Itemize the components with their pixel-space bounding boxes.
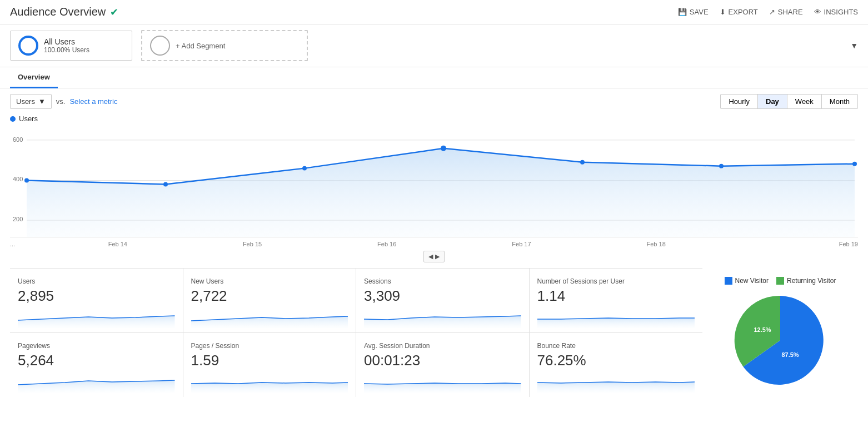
metric-pages-session-value: 1.59	[191, 352, 348, 369]
metric-sessions-per-user-value: 1.14	[537, 287, 695, 305]
time-btn-month[interactable]: Month	[821, 94, 858, 109]
line-chart: 600 400 200	[10, 126, 858, 237]
metric-bounce-rate-sparkline	[537, 373, 695, 393]
metric-sessions-value: 3,309	[364, 287, 521, 305]
returning-visitor-color	[776, 277, 784, 285]
svg-point-9	[302, 166, 307, 171]
top-bar-actions: 💾 SAVE ⬇ EXPORT ↗ SHARE 👁 INSIGHTS	[678, 8, 858, 16]
metric-new-users: New Users 2,722	[183, 269, 357, 333]
svg-text:87.5%: 87.5%	[781, 351, 799, 358]
bottom-section: Users 2,895 New Users 2,722	[0, 268, 868, 399]
svg-marker-19	[191, 383, 348, 393]
all-users-name: All Users	[44, 37, 89, 46]
metric-users-sparkline	[18, 308, 175, 328]
time-buttons: Hourly Day Week Month	[721, 94, 858, 109]
save-button[interactable]: 💾 SAVE	[678, 8, 709, 16]
share-button[interactable]: ↗ SHARE	[769, 8, 803, 16]
time-btn-day[interactable]: Day	[757, 94, 787, 109]
metric-pages-session-label: Pages / Session	[191, 342, 348, 350]
metric-bounce-rate: Bounce Rate 76.25%	[530, 333, 703, 397]
chart-legend: Users	[10, 115, 858, 123]
metric-bounce-rate-label: Bounce Rate	[537, 342, 695, 350]
svg-marker-16	[364, 316, 521, 328]
all-users-info: All Users 100.00% Users	[44, 37, 89, 54]
all-users-segment[interactable]: All Users 100.00% Users	[10, 31, 132, 61]
metric-sessions-label: Sessions	[364, 277, 521, 285]
metric-bounce-rate-value: 76.25%	[537, 352, 695, 369]
metric-sessions-per-user-label: Number of Sessions per User	[537, 277, 695, 285]
save-icon: 💾	[678, 8, 687, 16]
page-title-text: Audience Overview	[10, 6, 106, 18]
add-segment-button[interactable]: + Add Segment	[141, 30, 308, 61]
svg-text:12.5%: 12.5%	[754, 326, 771, 333]
add-segment-circle	[150, 36, 170, 56]
x-label-1: Feb 14	[51, 241, 185, 247]
svg-point-13	[852, 162, 857, 166]
metric-avg-session-label: Avg. Session Duration	[364, 342, 521, 350]
page-title: Audience Overview ✔	[10, 6, 118, 18]
svg-point-10	[441, 146, 446, 151]
svg-point-11	[580, 160, 585, 165]
chart-area: Users 600 400 200	[0, 115, 868, 262]
chart-controls: Users ▼ vs. Select a metric Hourly Day W…	[0, 88, 868, 115]
metric-users: Users 2,895	[10, 269, 183, 333]
pie-chart: 87.5% 12.5%	[730, 290, 830, 390]
time-btn-hourly[interactable]: Hourly	[720, 94, 758, 109]
pie-section: New Visitor Returning Visitor 87.5% 12.5…	[702, 268, 858, 399]
metric-sessions-per-user: Number of Sessions per User 1.14	[530, 269, 703, 333]
tab-overview[interactable]: Overview	[10, 67, 58, 88]
metrics-grid: Users 2,895 New Users 2,722	[10, 268, 702, 399]
segments-bar: All Users 100.00% Users + Add Segment ▼	[0, 24, 868, 67]
metrics-row-1: Users 2,895 New Users 2,722	[10, 268, 702, 397]
x-label-0: ...	[10, 241, 51, 247]
segments-dropdown-arrow[interactable]: ▼	[850, 41, 858, 50]
metric-users-value: 2,895	[18, 287, 175, 305]
legend-dot-users	[10, 116, 16, 122]
export-button[interactable]: ⬇ EXPORT	[720, 8, 758, 16]
svg-point-12	[719, 164, 724, 168]
metric-new-users-sparkline	[191, 308, 348, 328]
new-visitor-color	[725, 277, 732, 285]
pie-legend-returning-visitor: Returning Visitor	[776, 277, 836, 285]
metric-label: Users	[16, 97, 35, 106]
insights-button[interactable]: 👁 INSIGHTS	[814, 8, 858, 16]
verified-icon: ✔	[110, 6, 118, 18]
metric-dropdown[interactable]: Users ▼	[10, 94, 52, 109]
metric-pageviews-label: Pageviews	[18, 342, 175, 350]
svg-text:600: 600	[13, 136, 23, 143]
metric-selector: Users ▼ vs. Select a metric	[10, 94, 117, 109]
chart-svg: 600 400 200	[10, 126, 858, 237]
insights-icon: 👁	[814, 8, 821, 16]
svg-text:200: 200	[13, 216, 23, 222]
x-label-6: Feb 19	[724, 241, 858, 247]
all-users-pct: 100.00% Users	[44, 46, 89, 54]
svg-point-7	[24, 178, 29, 183]
metric-sessions: Sessions 3,309	[356, 269, 530, 333]
new-visitor-label: New Visitor	[735, 277, 769, 285]
returning-visitor-label: Returning Visitor	[787, 277, 836, 285]
pie-svg: 87.5% 12.5%	[730, 290, 830, 390]
all-users-circle	[18, 36, 38, 56]
metric-pages-session-sparkline	[191, 373, 348, 393]
pie-legend-new-visitor: New Visitor	[725, 277, 769, 285]
add-segment-label: + Add Segment	[176, 42, 225, 50]
metric-pages-session: Pages / Session 1.59	[183, 333, 357, 397]
select-metric-link[interactable]: Select a metric	[69, 97, 117, 106]
metric-pageviews-value: 5,264	[18, 352, 175, 369]
metric-avg-session-value: 00:01:23	[364, 352, 521, 369]
legend-label-users: Users	[19, 115, 38, 123]
metric-users-label: Users	[18, 277, 175, 285]
range-bar[interactable]: ◀ ▶	[423, 251, 444, 262]
x-label-2: Feb 15	[185, 241, 320, 247]
x-label-5: Feb 18	[589, 241, 724, 247]
metric-new-users-value: 2,722	[191, 287, 348, 305]
metric-avg-session: Avg. Session Duration 00:01:23	[356, 333, 530, 397]
x-label-3: Feb 16	[320, 241, 454, 247]
metric-sessions-per-user-sparkline	[537, 308, 695, 328]
share-icon: ↗	[769, 8, 775, 16]
time-btn-week[interactable]: Week	[787, 94, 822, 109]
range-bar-arrows: ◀ ▶	[428, 253, 439, 260]
svg-marker-6	[27, 148, 855, 237]
svg-point-8	[163, 182, 168, 186]
metric-new-users-label: New Users	[191, 277, 348, 285]
